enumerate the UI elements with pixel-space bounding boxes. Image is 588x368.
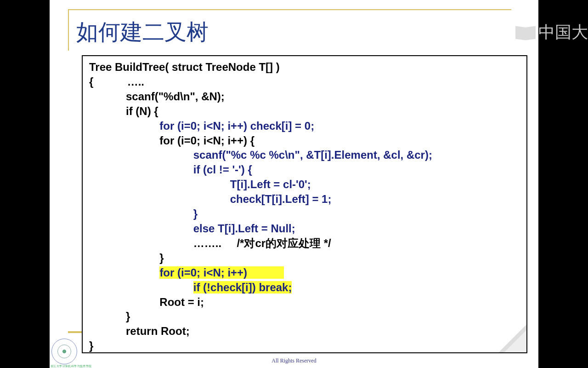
slide-content: 如何建二叉树 中国大 Tree BuildTree( struct TreeNo… bbox=[50, 0, 538, 368]
code-line: if (N) { bbox=[89, 104, 520, 119]
code-highlight: if (!check[i]) break; bbox=[193, 281, 292, 293]
accent-bar bbox=[68, 331, 82, 333]
page-title: 如何建二叉树 bbox=[76, 17, 209, 47]
code-line: for (i=0; i<N; i++) bbox=[89, 265, 520, 280]
code-span: …….. bbox=[89, 237, 237, 249]
code-line: } bbox=[89, 207, 520, 221]
code-highlight: for (i=0; i<N; i++) bbox=[159, 266, 284, 279]
code-line: } bbox=[89, 339, 520, 353]
title-container: 如何建二叉树 bbox=[68, 14, 209, 47]
code-line: for (i=0; i<N; i++) { bbox=[89, 133, 520, 148]
code-line: Tree BuildTree( struct TreeNode T[] ) bbox=[89, 60, 520, 75]
page-corner-icon bbox=[499, 325, 526, 352]
code-line: …….. /*对cr的对应处理 */ bbox=[89, 236, 520, 251]
code-line: return Root; bbox=[89, 324, 520, 339]
code-line: { ….. bbox=[89, 75, 520, 89]
code-span bbox=[89, 281, 193, 293]
book-icon bbox=[515, 27, 536, 41]
university-caption: 浙江大学计算机科学与技术学院 bbox=[51, 364, 92, 368]
code-line: if (cl != '-') { bbox=[89, 162, 520, 177]
code-line: else T[i].Left = Null; bbox=[89, 221, 520, 236]
code-line: } bbox=[89, 251, 520, 265]
watermark: 中国大 bbox=[515, 21, 588, 44]
code-line: check[T[i].Left] = 1; bbox=[89, 192, 520, 207]
code-span bbox=[89, 266, 159, 279]
code-line: Root = i; bbox=[89, 295, 520, 310]
left-black-bar bbox=[0, 0, 50, 368]
footer-text: All Rights Reserved bbox=[50, 357, 538, 364]
code-line: T[i].Left = cl-'0'; bbox=[89, 177, 520, 192]
watermark-text: 中国大 bbox=[538, 21, 588, 44]
code-block: Tree BuildTree( struct TreeNode T[] ) { … bbox=[82, 55, 527, 353]
code-line: scanf("%d\n", &N); bbox=[89, 89, 520, 104]
code-comment: /*对cr的对应处理 */ bbox=[237, 237, 331, 249]
right-black-bar bbox=[538, 0, 588, 368]
code-line: if (!check[i]) break; bbox=[89, 280, 520, 295]
code-line: } bbox=[89, 309, 520, 324]
code-line: for (i=0; i<N; i++) check[i] = 0; bbox=[89, 119, 520, 133]
code-line: scanf("%c %c %c\n", &T[i].Element, &cl, … bbox=[89, 148, 520, 162]
